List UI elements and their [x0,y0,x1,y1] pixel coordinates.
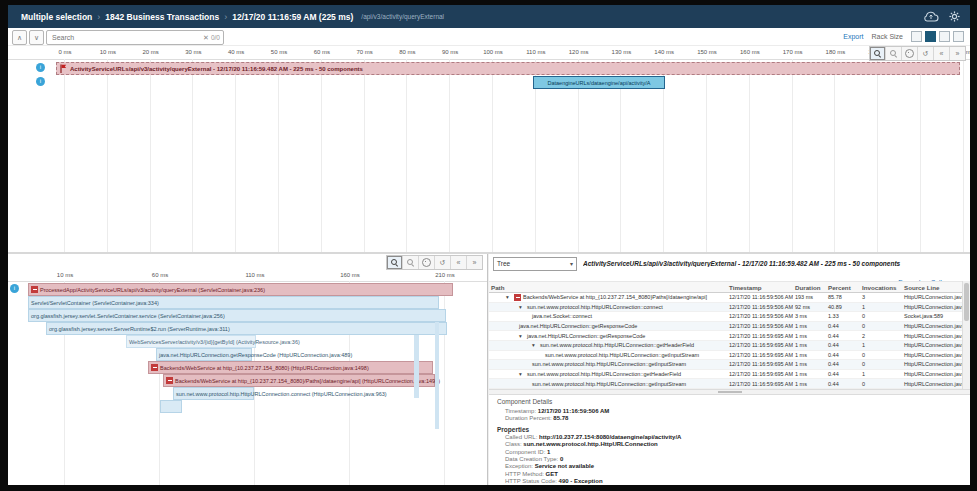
table-row[interactable]: ▾java.net.HttpURLConnection::getResponse… [489,331,970,341]
flame-bar[interactable]: org.glassfish.jersey.server.ServerRuntim… [46,322,447,335]
percent-cell: 1.33 [826,313,860,319]
flame-bar[interactable]: sun.net.www.protocol.http.HttpURLConnect… [173,387,254,400]
table-row[interactable]: ▾sun.net.www.protocol.http.HttpURLConnec… [489,370,970,380]
timeline-tick-label: 30 ms [185,49,201,55]
path-cell: sun.net.www.protocol.http.HttpURLConnect… [489,381,727,387]
path-text: java.net.HttpURLConnection::getResponseC… [519,323,637,329]
detail-field: Exception: Service not available [497,463,962,470]
table-row[interactable]: ▾Backends/WebService at http_{10.237.27.… [489,293,970,303]
table-row[interactable]: java.net.HttpURLConnection::getResponseC… [489,322,970,332]
zoom-fit-button[interactable] [902,47,918,60]
export-link[interactable]: Export [843,33,863,40]
cloud-upload-button[interactable] [923,11,939,22]
path-text: sun.net.www.protocol.http.HttpURLConnect… [532,381,686,387]
timeline-gridline [64,59,65,253]
breadcrumb-item[interactable]: 1842 Business Transactions [105,12,219,22]
invocations-cell: 0 [860,381,902,387]
flame-bar[interactable]: org.glassfish.jersey.servlet.ServletCont… [28,309,446,322]
page-left-button[interactable]: « [934,47,950,60]
flame-bar[interactable]: WebServicesServer/activity/v3/{id}[getBy… [126,335,256,348]
source-line-cell: HttpURLConnection.java:1459 [902,352,970,358]
detail-field: HTTP Method: GET [497,471,962,478]
column-header-duration[interactable]: Duration [793,284,826,291]
toolbar: ∧ ∨ ✕ 0/0 Export Rack Size [8,28,970,46]
path-text: sun.net.www.protocol.http.HttpURLConnect… [527,304,663,310]
column-header-path[interactable]: Path [489,284,727,291]
rack-size-toggle-1[interactable] [911,31,922,42]
source-line-cell: HttpURLConnection.java:3018 [902,371,970,377]
table-row[interactable]: sun.net.www.protocol.http.HttpURLConnect… [489,360,970,370]
source-line-cell: Socket.java:589 [902,313,970,319]
view-mode-select[interactable]: Tree ▾ [493,257,577,271]
zoom-reset-button[interactable]: ↺ [918,47,934,60]
tree-caret-icon[interactable]: ▾ [506,294,514,300]
zoom-fit-button[interactable] [419,256,435,269]
table-row[interactable]: ▾sun.net.www.protocol.http.HttpURLConnec… [489,303,970,313]
call-tree-table: PathTimestampDurationPercentInvocationsS… [489,281,970,389]
waterfall-tick-label: 210 ms [435,272,455,278]
properties-title: Properties [497,426,962,433]
column-header-source-line[interactable]: Source Line [902,284,970,291]
zoom-out-button[interactable] [403,256,419,269]
page-right-button[interactable]: » [467,256,482,269]
path-text: Backends/WebService at http_{10.237.27.1… [523,294,707,300]
search-input[interactable] [50,33,201,42]
path-text: sun.net.www.protocol.http.HttpURLConnect… [545,352,699,358]
tree-caret-icon[interactable]: ▾ [519,333,527,339]
selected-component-bar[interactable]: DataengineURLs/dataengine/api/activity/A [533,76,665,89]
zoom-mode-button[interactable] [387,256,403,269]
flame-bar[interactable]: java.net.HttpURLConnection.getResponseCo… [156,348,252,361]
flame-bar[interactable] [160,400,182,413]
table-row[interactable]: sun.net.www.protocol.http.HttpURLConnect… [489,379,970,389]
column-header-timestamp[interactable]: Timestamp [727,284,793,291]
column-header-invocations[interactable]: Invocations [860,284,902,291]
search-group: ∧ ∨ ✕ 0/0 [12,30,224,45]
tree-caret-icon[interactable]: ▾ [532,342,540,348]
trace-root-bar[interactable]: ActivityServiceURLs/api/v3/activity/quer… [56,62,960,75]
timeline-tick-label: 180 ms [826,49,846,55]
timeline-gridline [706,59,707,253]
component-details: Component Details Timestamp: 12/17/20 11… [489,395,970,485]
invocations-cell: 0 [860,323,902,329]
rack-size-toggle-3[interactable] [939,31,950,42]
search-clear-icon[interactable]: ✕ [203,34,209,42]
breadcrumb-item[interactable]: 12/17/20 11:16:59 AM (225 ms) [232,12,353,22]
flame-bar[interactable]: Backends/WebService at http_{10.237.27.1… [148,361,433,374]
breadcrumb-separator: › [224,12,227,22]
path-cell: ▾sun.net.www.protocol.http.HttpURLConnec… [489,371,727,377]
table-row[interactable]: ▾sun.net.www.protocol.http.HttpURLConnec… [489,341,970,351]
search-next-button[interactable]: ∨ [29,30,44,45]
percent-cell: 0.44 [826,361,860,367]
table-scrollbar-thumb[interactable] [964,283,969,321]
duration-cell: 193 ms [793,294,826,300]
rack-size-toggle-4[interactable] [953,31,964,42]
column-header-percent[interactable]: Percent [826,284,860,291]
info-icon[interactable]: i [36,77,45,86]
table-row[interactable]: java.net.Socket::connect12/17/20 11:16:5… [489,312,970,322]
timeline-gridline [792,59,793,253]
tree-caret-icon[interactable]: ▾ [519,371,527,377]
page-left-button[interactable]: « [451,256,467,269]
page-right-button[interactable]: » [950,47,965,60]
tree-links: Expand Collapse [489,271,970,281]
table-scrollbar[interactable] [962,281,970,389]
flame-bar[interactable]: ProcessedApp/ActivityServiceURLs/api/v3/… [28,283,453,296]
search-prev-button[interactable]: ∧ [12,30,27,45]
rack-size-toggle-2[interactable] [925,31,936,42]
info-icon[interactable]: i [36,63,45,72]
zoom-mode-button[interactable] [870,47,886,60]
chevron-down-icon: ▾ [570,260,573,267]
breadcrumb-item[interactable]: Multiple selection [21,12,92,22]
percent-cell: 0.44 [826,342,860,348]
settings-button[interactable] [949,11,960,22]
zoom-out-button[interactable] [886,47,902,60]
tree-caret-icon[interactable]: ▾ [519,304,527,310]
zoom-reset-button[interactable]: ↺ [435,256,451,269]
source-line-cell: HttpURLConnection.java:468 [902,333,970,339]
flame-bar[interactable]: Backends/WebService at http_{10.237.27.1… [163,374,435,387]
path-cell: java.net.Socket::connect [489,313,727,319]
table-row[interactable]: sun.net.www.protocol.http.HttpURLConnect… [489,351,970,361]
flame-bar[interactable]: Servlet/ServletContainer (ServletContain… [28,296,439,309]
info-icon[interactable]: i [10,284,19,293]
timeline-gridline [406,59,407,253]
